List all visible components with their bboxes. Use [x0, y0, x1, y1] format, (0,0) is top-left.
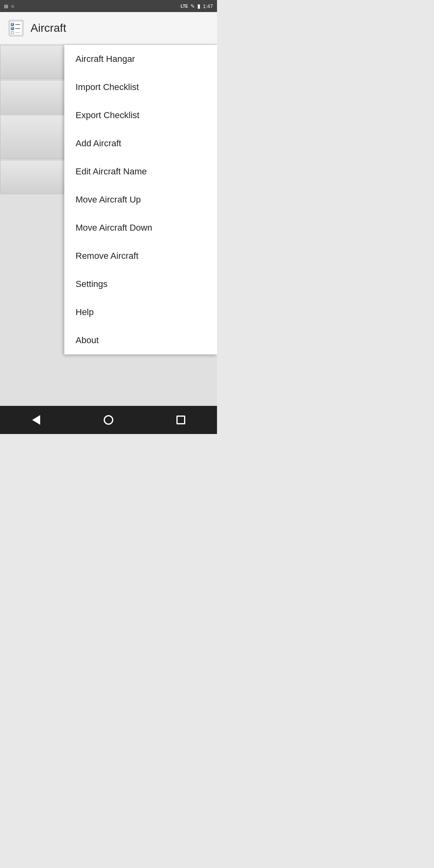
home-icon — [104, 415, 113, 425]
status-bar: ▤ ☺ LTE ✎ ▮ 1:47 — [0, 0, 217, 12]
menu-item-settings[interactable]: Settings — [64, 270, 217, 298]
recents-button[interactable] — [171, 410, 191, 430]
main-content: CESSN CESSN PIPER 28R-18 ARR USEFUL FR A… — [0, 45, 217, 407]
home-button[interactable] — [98, 410, 119, 430]
page-title: Aircraft — [31, 22, 66, 35]
signal-icon: ✎ — [190, 3, 195, 9]
page-wrapper: ▤ ☺ LTE ✎ ▮ 1:47 Aircraft — [0, 0, 217, 434]
sim-icon: ▤ — [4, 4, 8, 9]
bottom-nav — [0, 406, 217, 434]
lte-icon: LTE — [181, 4, 188, 8]
recents-icon — [176, 416, 185, 424]
menu-item-add-aircraft[interactable]: Add Aircraft — [64, 129, 217, 158]
menu-item-import-checklist[interactable]: Import Checklist — [64, 73, 217, 101]
android-icon: ☺ — [10, 4, 15, 8]
menu-item-move-aircraft-up[interactable]: Move Aircraft Up — [64, 186, 217, 214]
menu-item-export-checklist[interactable]: Export Checklist — [64, 101, 217, 129]
battery-icon: ▮ — [197, 3, 201, 9]
back-button[interactable] — [26, 410, 46, 430]
menu-item-about[interactable]: About — [64, 326, 217, 354]
app-bar: Aircraft — [0, 12, 217, 44]
menu-item-aircraft-hangar[interactable]: Aircraft Hangar — [64, 45, 217, 73]
menu-item-edit-aircraft-name[interactable]: Edit Aircraft Name — [64, 158, 217, 186]
status-right: LTE ✎ ▮ 1:47 — [181, 3, 213, 9]
menu-item-remove-aircraft[interactable]: Remove Aircraft — [64, 242, 217, 270]
app-logo-icon — [6, 18, 26, 38]
status-left: ▤ ☺ — [4, 4, 15, 9]
menu-item-move-aircraft-down[interactable]: Move Aircraft Down — [64, 214, 217, 242]
status-time: 1:47 — [203, 3, 213, 9]
menu-item-help[interactable]: Help — [64, 298, 217, 326]
back-icon — [32, 415, 40, 425]
dropdown-menu: Aircraft HangarImport ChecklistExport Ch… — [64, 45, 217, 354]
